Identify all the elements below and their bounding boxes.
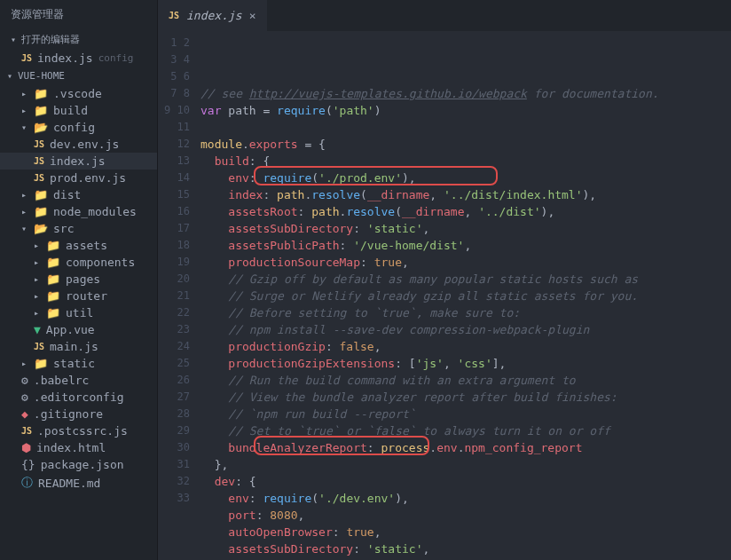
folder-icon: 📁 [46,239,60,252]
js-icon: JS [34,173,44,183]
folder-dist[interactable]: ▸📁dist [0,186,157,203]
chevron-right-icon: ▸ [21,207,28,217]
tab-label: index.js [186,9,242,22]
chevron-right-icon: ▸ [34,291,41,301]
file-dev-env[interactable]: JSdev.env.js [0,136,157,153]
folder-config[interactable]: ▾📂config [0,119,157,136]
folder-assets[interactable]: ▸📁assets [0,237,157,254]
sidebar-title: 资源管理器 [0,0,157,29]
line-gutter: 1 2 3 4 5 6 7 8 9 10 11 12 13 14 15 16 1… [158,31,200,560]
file-index-js[interactable]: JSindex.js [0,153,157,170]
file-gitignore[interactable]: ◆.gitignore [0,406,157,422]
chevron-right-icon: ▸ [21,359,28,368]
chevron-right-icon: ▸ [21,106,28,115]
folder-static[interactable]: ▸📁static [0,355,157,372]
folder-pages[interactable]: ▸📁pages [0,271,157,288]
editor-main: JS index.js × 1 2 3 4 5 6 7 8 9 10 11 12… [158,0,731,560]
code-content[interactable]: // see http://vuejs-templates.github.io/… [200,31,731,560]
folder-router[interactable]: ▸📁router [0,288,157,304]
folder-components[interactable]: ▸📁components [0,254,157,271]
js-icon: JS [34,156,44,166]
vue-icon: ▼ [34,323,41,336]
chevron-right-icon: ▸ [21,190,28,200]
project-root[interactable]: ▾ VUE-HOME [0,67,157,85]
config-icon: ⚙ [21,374,28,387]
file-postcssrc[interactable]: JS.postcssrc.js [0,422,157,439]
folder-icon: 📁 [34,87,48,100]
chevron-down-icon: ▾ [21,224,28,233]
file-readme[interactable]: ⓘREADME.md [0,473,157,493]
folder-util[interactable]: ▸📁util [0,304,157,321]
folder-node-modules[interactable]: ▸📁node_modules [0,203,157,220]
folder-icon: 📁 [34,357,48,370]
chevron-right-icon: ▸ [34,308,41,318]
folder-icon: 📁 [46,256,60,269]
config-icon: ⚙ [21,390,28,404]
tab-index-js[interactable]: JS index.js × [158,0,267,31]
html-icon: ⬢ [21,441,31,454]
chevron-down-icon: ▾ [11,35,18,44]
folder-icon: 📁 [34,104,48,117]
close-icon[interactable]: × [249,9,256,22]
chevron-right-icon: ▸ [21,89,28,99]
folder-icon: 📁 [46,289,60,303]
file-prod-env[interactable]: JSprod.env.js [0,170,157,186]
folder-open-icon: 📂 [34,121,48,134]
chevron-right-icon: ▸ [34,257,41,267]
markdown-icon: ⓘ [21,475,33,491]
folder-icon: 📁 [46,272,60,286]
file-babelrc[interactable]: ⚙.babelrc [0,372,157,389]
folder-vscode[interactable]: ▸📁.vscode [0,85,157,102]
js-icon: JS [169,11,179,20]
file-index-html[interactable]: ⬢index.html [0,439,157,456]
folder-open-icon: 📂 [34,222,48,235]
folder-icon: 📁 [34,205,48,218]
open-editors-section[interactable]: ▾ 打开的编辑器 [0,29,157,50]
code-editor[interactable]: 1 2 3 4 5 6 7 8 9 10 11 12 13 14 15 16 1… [158,31,731,560]
json-icon: {} [21,458,35,471]
folder-src[interactable]: ▾📂src [0,220,157,237]
file-main-js[interactable]: JSmain.js [0,338,157,355]
chevron-down-icon: ▾ [21,122,28,132]
js-icon: JS [21,426,32,436]
tab-bar: JS index.js × [158,0,731,31]
folder-icon: 📁 [46,306,60,319]
chevron-right-icon: ▸ [34,241,41,250]
js-icon: JS [34,139,44,149]
git-icon: ◆ [21,407,28,421]
file-app-vue[interactable]: ▼App.vue [0,321,157,338]
file-editorconfig[interactable]: ⚙.editorconfig [0,389,157,406]
file-package-json[interactable]: {}package.json [0,456,157,473]
sidebar: 资源管理器 ▾ 打开的编辑器 JS index.js config ▾ VUE-… [0,0,158,560]
js-icon: JS [21,53,32,63]
chevron-right-icon: ▸ [34,274,41,284]
js-icon: JS [34,342,44,351]
open-editor-item[interactable]: JS index.js config [0,50,157,67]
chevron-down-icon: ▾ [7,71,14,81]
folder-build[interactable]: ▸📁build [0,102,157,119]
folder-icon: 📁 [34,188,48,201]
